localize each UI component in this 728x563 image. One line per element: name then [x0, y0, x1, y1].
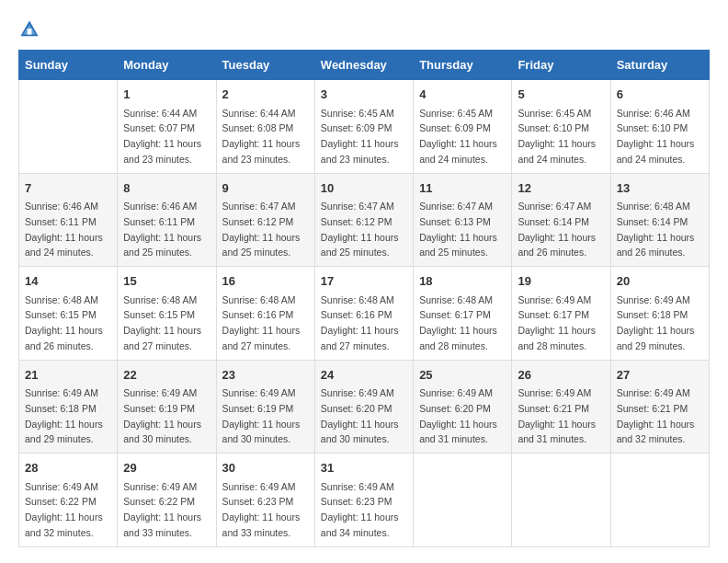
day-info: Sunrise: 6:47 AM Sunset: 6:13 PM Dayligh… [419, 201, 497, 258]
logo [18, 18, 44, 40]
day-number: 4 [419, 86, 506, 104]
day-number: 30 [222, 459, 309, 477]
day-info: Sunrise: 6:48 AM Sunset: 6:15 PM Dayligh… [25, 294, 103, 351]
day-number: 22 [123, 366, 210, 385]
calendar-cell: 23Sunrise: 6:49 AM Sunset: 6:19 PM Dayli… [216, 360, 314, 454]
week-row-0: 1Sunrise: 6:44 AM Sunset: 6:07 PM Daylig… [19, 80, 710, 174]
day-number: 15 [123, 272, 210, 291]
calendar-cell: 30Sunrise: 6:49 AM Sunset: 6:23 PM Dayli… [216, 454, 314, 547]
day-info: Sunrise: 6:49 AM Sunset: 6:19 PM Dayligh… [123, 387, 201, 444]
day-number: 27 [617, 366, 703, 385]
day-info: Sunrise: 6:46 AM Sunset: 6:11 PM Dayligh… [123, 201, 201, 258]
calendar-cell [512, 454, 610, 547]
logo-icon [18, 18, 40, 40]
day-info: Sunrise: 6:45 AM Sunset: 6:10 PM Dayligh… [518, 108, 596, 165]
day-info: Sunrise: 6:48 AM Sunset: 6:15 PM Dayligh… [123, 294, 201, 351]
calendar-cell: 10Sunrise: 6:47 AM Sunset: 6:12 PM Dayli… [314, 173, 413, 267]
week-row-3: 21Sunrise: 6:49 AM Sunset: 6:18 PM Dayli… [19, 360, 710, 454]
day-info: Sunrise: 6:44 AM Sunset: 6:07 PM Dayligh… [123, 108, 201, 165]
day-number: 10 [321, 179, 407, 198]
calendar-cell: 11Sunrise: 6:47 AM Sunset: 6:13 PM Dayli… [414, 173, 512, 267]
day-number: 9 [222, 179, 309, 198]
day-info: Sunrise: 6:49 AM Sunset: 6:18 PM Dayligh… [25, 387, 103, 444]
calendar-cell: 4Sunrise: 6:45 AM Sunset: 6:09 PM Daylig… [414, 80, 512, 174]
day-info: Sunrise: 6:49 AM Sunset: 6:19 PM Dayligh… [222, 387, 301, 444]
calendar-cell: 28Sunrise: 6:49 AM Sunset: 6:22 PM Dayli… [19, 454, 118, 547]
day-info: Sunrise: 6:49 AM Sunset: 6:20 PM Dayligh… [419, 387, 497, 444]
day-info: Sunrise: 6:49 AM Sunset: 6:22 PM Dayligh… [25, 481, 103, 538]
calendar-cell [414, 454, 512, 547]
day-number: 19 [518, 272, 604, 291]
calendar-cell: 9Sunrise: 6:47 AM Sunset: 6:12 PM Daylig… [216, 173, 314, 267]
calendar-cell: 7Sunrise: 6:46 AM Sunset: 6:11 PM Daylig… [19, 173, 118, 267]
day-info: Sunrise: 6:49 AM Sunset: 6:17 PM Dayligh… [518, 294, 596, 351]
header-cell-tuesday: Tuesday [216, 51, 314, 80]
day-number: 8 [123, 179, 210, 198]
day-number: 13 [617, 179, 703, 198]
day-info: Sunrise: 6:47 AM Sunset: 6:14 PM Dayligh… [518, 201, 596, 258]
day-info: Sunrise: 6:47 AM Sunset: 6:12 PM Dayligh… [222, 201, 301, 258]
day-number: 2 [222, 86, 309, 104]
calendar-cell: 18Sunrise: 6:48 AM Sunset: 6:17 PM Dayli… [414, 267, 512, 361]
day-info: Sunrise: 6:46 AM Sunset: 6:10 PM Dayligh… [617, 108, 695, 165]
day-number: 23 [222, 366, 309, 385]
day-number: 25 [419, 366, 506, 385]
calendar-cell: 8Sunrise: 6:46 AM Sunset: 6:11 PM Daylig… [118, 173, 216, 267]
calendar-cell: 17Sunrise: 6:48 AM Sunset: 6:16 PM Dayli… [314, 267, 413, 361]
header-cell-saturday: Saturday [610, 51, 709, 80]
calendar-cell [610, 454, 709, 547]
day-number: 5 [518, 86, 604, 104]
day-number: 1 [123, 86, 210, 104]
calendar-cell: 2Sunrise: 6:44 AM Sunset: 6:08 PM Daylig… [216, 80, 314, 174]
day-number: 21 [25, 366, 111, 385]
calendar-cell: 26Sunrise: 6:49 AM Sunset: 6:21 PM Dayli… [512, 360, 610, 454]
day-info: Sunrise: 6:45 AM Sunset: 6:09 PM Dayligh… [419, 108, 497, 165]
calendar-cell: 1Sunrise: 6:44 AM Sunset: 6:07 PM Daylig… [118, 80, 216, 174]
day-info: Sunrise: 6:49 AM Sunset: 6:20 PM Dayligh… [321, 387, 399, 444]
week-row-1: 7Sunrise: 6:46 AM Sunset: 6:11 PM Daylig… [19, 173, 710, 267]
day-number: 6 [617, 86, 703, 104]
day-number: 7 [25, 179, 111, 198]
calendar-cell: 20Sunrise: 6:49 AM Sunset: 6:18 PM Dayli… [610, 267, 709, 361]
day-number: 14 [25, 272, 111, 291]
calendar-cell: 25Sunrise: 6:49 AM Sunset: 6:20 PM Dayli… [414, 360, 512, 454]
day-number: 28 [25, 459, 111, 477]
week-row-2: 14Sunrise: 6:48 AM Sunset: 6:15 PM Dayli… [19, 267, 710, 361]
day-info: Sunrise: 6:49 AM Sunset: 6:23 PM Dayligh… [222, 481, 301, 538]
calendar-cell [19, 80, 118, 174]
day-number: 12 [518, 179, 604, 198]
calendar-cell: 21Sunrise: 6:49 AM Sunset: 6:18 PM Dayli… [19, 360, 118, 454]
header [18, 18, 710, 40]
calendar-cell: 5Sunrise: 6:45 AM Sunset: 6:10 PM Daylig… [512, 80, 610, 174]
day-number: 16 [222, 272, 309, 291]
calendar-cell: 13Sunrise: 6:48 AM Sunset: 6:14 PM Dayli… [610, 173, 709, 267]
day-number: 31 [321, 459, 407, 477]
header-cell-sunday: Sunday [19, 51, 118, 80]
day-number: 26 [518, 366, 604, 385]
calendar-cell: 6Sunrise: 6:46 AM Sunset: 6:10 PM Daylig… [610, 80, 709, 174]
calendar-table: SundayMondayTuesdayWednesdayThursdayFrid… [18, 50, 710, 547]
day-number: 29 [123, 459, 210, 477]
svg-rect-2 [28, 29, 32, 34]
calendar-cell: 27Sunrise: 6:49 AM Sunset: 6:21 PM Dayli… [610, 360, 709, 454]
header-cell-friday: Friday [512, 51, 610, 80]
day-info: Sunrise: 6:49 AM Sunset: 6:21 PM Dayligh… [518, 387, 596, 444]
header-cell-monday: Monday [118, 51, 216, 80]
day-info: Sunrise: 6:49 AM Sunset: 6:23 PM Dayligh… [321, 481, 399, 538]
day-number: 20 [617, 272, 703, 291]
week-row-4: 28Sunrise: 6:49 AM Sunset: 6:22 PM Dayli… [19, 454, 710, 547]
calendar-cell: 22Sunrise: 6:49 AM Sunset: 6:19 PM Dayli… [118, 360, 216, 454]
day-info: Sunrise: 6:44 AM Sunset: 6:08 PM Dayligh… [222, 108, 301, 165]
header-row: SundayMondayTuesdayWednesdayThursdayFrid… [19, 51, 710, 80]
day-info: Sunrise: 6:47 AM Sunset: 6:12 PM Dayligh… [321, 201, 399, 258]
header-cell-wednesday: Wednesday [314, 51, 413, 80]
calendar-cell: 29Sunrise: 6:49 AM Sunset: 6:22 PM Dayli… [118, 454, 216, 547]
day-info: Sunrise: 6:49 AM Sunset: 6:18 PM Dayligh… [617, 294, 695, 351]
day-info: Sunrise: 6:45 AM Sunset: 6:09 PM Dayligh… [321, 108, 399, 165]
day-info: Sunrise: 6:46 AM Sunset: 6:11 PM Dayligh… [25, 201, 103, 258]
calendar-cell: 24Sunrise: 6:49 AM Sunset: 6:20 PM Dayli… [314, 360, 413, 454]
day-number: 11 [419, 179, 506, 198]
day-number: 18 [419, 272, 506, 291]
day-info: Sunrise: 6:48 AM Sunset: 6:16 PM Dayligh… [321, 294, 399, 351]
calendar-cell: 19Sunrise: 6:49 AM Sunset: 6:17 PM Dayli… [512, 267, 610, 361]
